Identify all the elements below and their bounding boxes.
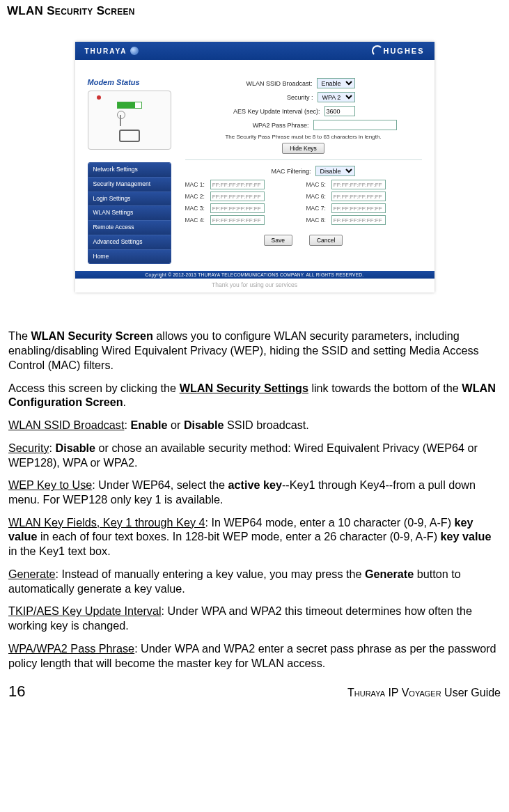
text-bold: Enable: [130, 419, 167, 431]
text: SSID broadcast.: [224, 419, 309, 431]
mac6-label: MAC 6:: [306, 193, 326, 200]
para-generate: Generate: Instead of manually entering a…: [8, 567, 501, 595]
modem-status-title: Modem Status: [88, 78, 171, 86]
security-select[interactable]: WPA 2: [318, 92, 355, 102]
passphrase-label: WPA2 Pass Phrase:: [185, 122, 309, 129]
mac7-input[interactable]: [331, 203, 386, 213]
text-bold: active key: [228, 478, 282, 491]
nav-remote-access[interactable]: Remote Access: [88, 221, 171, 235]
mac6-input[interactable]: [331, 192, 386, 201]
mac-filter-label: MAC Filtering:: [185, 168, 311, 175]
brand-left: THURAYA: [85, 47, 139, 55]
passphrase-note: The Security Pass Phrase must be 8 to 63…: [185, 134, 422, 140]
nav-network-settings[interactable]: Network Settings: [88, 163, 171, 178]
sidebar: Modem Status Network Settings Security M…: [88, 78, 171, 264]
para-keyfields: WLAN Key Fields, Key 1 through Key 4: In…: [8, 515, 501, 559]
footer-title-prefix: Thuraya IP Voyager: [347, 687, 441, 698]
para-ssid: WLAN SSID Broadcast: Enable or Disable S…: [8, 418, 501, 432]
mac4-label: MAC 4:: [185, 217, 205, 224]
status-led-icon: [97, 95, 101, 100]
para-intro: The WLAN Security Screen allows you to c…: [8, 329, 501, 372]
cancel-button[interactable]: Cancel: [309, 235, 343, 246]
page-number: 16: [8, 682, 25, 701]
link-wlan-security-settings: WLAN Security Settings: [180, 382, 308, 394]
device-icon: [119, 130, 140, 142]
text: : Instead of manually entering a key val…: [56, 568, 366, 580]
term: Security: [8, 442, 49, 454]
footer-title-suffix: User Guide: [441, 687, 501, 698]
term: WEP Key to Use: [8, 478, 92, 491]
text-bold: WLAN Security Screen: [31, 329, 152, 342]
para-tkip: TKIP/AES Key Update Interval: Under WPA …: [8, 604, 501, 632]
globe-icon: [130, 47, 139, 55]
divider: [185, 159, 422, 160]
hide-keys-button[interactable]: Hide Keys: [282, 143, 324, 154]
save-button[interactable]: Save: [264, 235, 292, 246]
mac5-label: MAC 5:: [306, 181, 326, 188]
mac5-input[interactable]: [331, 180, 386, 189]
form-area: WLAN SSID Broadcast: Enable Security : W…: [185, 78, 422, 264]
text: in each of four text boxes. In 128-bit W…: [37, 530, 440, 542]
mac-grid: MAC 1: MAC 5: MAC 2: MAC 6: MAC 3: MAC 7…: [185, 180, 422, 225]
page-footer: 16 Thuraya IP Voyager User Guide: [0, 678, 509, 706]
security-label: Security :: [185, 94, 313, 101]
copyright-bar: Copyright © 2012-2013 THURAYA TELECOMMUN…: [75, 271, 434, 279]
nav-login-settings[interactable]: Login Settings: [88, 192, 171, 207]
antenna-icon: [117, 111, 142, 126]
brand-right: HUGHES: [372, 47, 424, 55]
term: WLAN Key Fields, Key 1 through Key 4: [8, 516, 205, 529]
mac4-input[interactable]: [210, 215, 265, 225]
nav-advanced-settings[interactable]: Advanced Settings: [88, 235, 171, 250]
text: in the Key1 text box.: [8, 545, 111, 557]
aes-interval-input[interactable]: [324, 106, 355, 116]
mac7-label: MAC 7:: [306, 205, 326, 212]
para-access: Access this screen by clicking the WLAN …: [8, 381, 501, 409]
thankyou-text: Thank you for using our services: [75, 279, 434, 292]
mac2-label: MAC 2:: [185, 193, 205, 200]
mac2-input[interactable]: [210, 192, 265, 201]
para-security: Security: Disable or chose an available …: [8, 441, 501, 469]
text: : Under WEP64, select the: [92, 478, 228, 491]
signal-row: [117, 102, 142, 109]
footer-title: Thuraya IP Voyager User Guide: [347, 687, 501, 699]
text-bold: Disable: [55, 442, 95, 454]
term: TKIP/AES Key Update Interval: [8, 604, 162, 617]
mac1-label: MAC 1:: [185, 181, 205, 188]
text-bold: key value: [441, 530, 492, 542]
nav-wlan-settings[interactable]: WLAN Settings: [88, 206, 171, 221]
text-bold: Generate: [365, 568, 414, 580]
mac8-input[interactable]: [331, 215, 386, 225]
term: Generate: [8, 568, 56, 580]
para-wepkey: WEP Key to Use: Under WEP64, select the …: [8, 478, 501, 506]
term: WPA/WPA2 Pass Phrase: [8, 642, 134, 655]
mac3-label: MAC 3:: [185, 205, 205, 212]
para-passphrase: WPA/WPA2 Pass Phrase: Under WPA and WPA2…: [8, 641, 501, 670]
text: .: [123, 396, 127, 408]
text: link towards the bottom of the: [308, 382, 462, 394]
text: or: [168, 419, 184, 431]
brand-left-text: THURAYA: [85, 47, 127, 55]
text: The: [8, 329, 31, 342]
ssid-broadcast-label: WLAN SSID Broadcast:: [185, 80, 313, 87]
text-bold: Disable: [184, 419, 224, 431]
mac1-input[interactable]: [210, 180, 265, 189]
embedded-screenshot: THURAYA HUGHES Modem Status Network Sett…: [75, 42, 434, 292]
modem-status-box: [88, 91, 171, 150]
mac3-input[interactable]: [210, 203, 265, 213]
body-text: The WLAN Security Screen allows you to c…: [0, 329, 509, 670]
passphrase-input[interactable]: [313, 120, 397, 130]
term: WLAN SSID Broadcast: [8, 419, 124, 431]
app-topbar: THURAYA HUGHES: [75, 42, 434, 60]
text: : In WEP64 mode, enter a 10 character (0…: [205, 516, 455, 529]
nav-home[interactable]: Home: [88, 250, 171, 264]
aes-interval-label: AES Key Update Interval (sec):: [185, 108, 320, 115]
page-heading: WLAN Security Screen: [0, 4, 509, 18]
mac8-label: MAC 8:: [306, 217, 326, 224]
ssid-broadcast-select[interactable]: Enable: [317, 78, 355, 88]
text: Access this screen by clicking the: [8, 382, 180, 394]
nav-security-management[interactable]: Security Management: [88, 178, 171, 192]
signal-bars-icon: [117, 102, 142, 109]
side-nav: Network Settings Security Management Log…: [88, 162, 171, 264]
mac-filter-select[interactable]: Disable: [315, 166, 355, 176]
